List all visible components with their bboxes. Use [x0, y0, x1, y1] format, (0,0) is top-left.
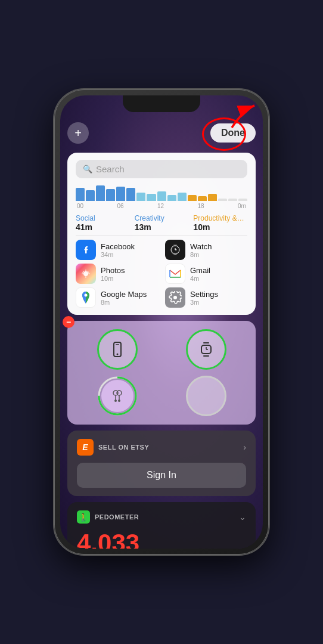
usage-chart: 00 06 12 18 0m: [76, 184, 247, 209]
chart-bar: [136, 193, 145, 201]
app-name-settings: Settings: [190, 290, 247, 299]
etsy-chevron-icon: ›: [243, 442, 246, 452]
app-info-facebook: Facebook 34m: [101, 242, 158, 258]
svg-rect-9: [86, 275, 86, 278]
photos-icon: [76, 264, 96, 284]
chart-bar: [188, 195, 197, 201]
category-name-productivity: Productivity &…: [193, 214, 247, 222]
device-circle-phone: [97, 329, 138, 370]
chart-bar: [228, 199, 237, 201]
phone-screen: + Done: [60, 95, 263, 549]
svg-rect-19: [203, 355, 209, 357]
divider: [76, 236, 247, 236]
chart-labels: 00 06 12 18 0m: [76, 203, 247, 209]
category-productivity: Productivity &… 10m: [193, 214, 247, 232]
app-row-maps: Google Maps 8m: [76, 287, 158, 308]
app-time-watch: 8m: [190, 251, 247, 258]
settings-icon: [165, 287, 185, 308]
chart-label-0m: 0m: [238, 203, 246, 209]
device-watch-cell: [164, 329, 247, 370]
category-name-social: Social: [76, 214, 130, 222]
app-grid: Facebook 34m: [76, 240, 247, 308]
chart-bars: [76, 184, 247, 201]
category-name-creativity: Creativity: [135, 214, 189, 222]
app-time-photos: 10m: [101, 275, 158, 282]
app-time-maps: 8m: [101, 299, 158, 306]
chart-bar: [76, 188, 85, 201]
app-row-gmail: Gmail 4m: [165, 264, 247, 284]
pedometer-icon: 🚶: [77, 510, 90, 524]
chart-bar: [96, 185, 105, 201]
device-icons-grid: [76, 329, 247, 416]
remove-widget-button[interactable]: −: [63, 316, 74, 328]
svg-rect-17: [116, 344, 119, 345]
app-info-photos: Photos 10m: [101, 266, 158, 282]
device-phone-cell: [76, 329, 159, 370]
app-info-watch: Watch 8m: [190, 242, 247, 258]
chart-bar: [126, 188, 135, 201]
etsy-label: SELL ON ETSY: [98, 444, 149, 451]
pedometer-header: 🚶 PEDOMETER ⌄: [77, 510, 246, 524]
chart-bar: [157, 191, 166, 201]
app-row-photos: Photos 10m: [76, 264, 158, 284]
etsy-logo: E: [77, 439, 94, 456]
device-empty-cell: [164, 376, 247, 416]
app-row-watch: Watch 8m: [165, 240, 247, 260]
maps-icon: [76, 287, 96, 308]
chart-label-06: 06: [117, 203, 124, 209]
chart-bar: [178, 193, 187, 201]
category-creativity: Creativity 13m: [135, 214, 189, 232]
sign-in-button[interactable]: Sign In: [77, 463, 246, 488]
app-time-facebook: 34m: [101, 251, 158, 258]
search-icon: 🔍: [83, 165, 92, 174]
svg-rect-11: [88, 274, 90, 274]
etsy-header: E SELL ON ETSY ›: [77, 439, 246, 456]
etsy-widget: E SELL ON ETSY › Sign In: [67, 431, 256, 496]
svg-rect-8: [86, 270, 86, 272]
svg-point-14: [85, 294, 88, 297]
svg-point-16: [116, 354, 118, 355]
search-placeholder: Search: [96, 164, 125, 174]
chart-bar: [198, 196, 207, 201]
app-row-facebook: Facebook 34m: [76, 240, 158, 260]
svg-point-7: [83, 271, 88, 276]
chart-bar: [86, 190, 95, 201]
category-row: Social 41m Creativity 13m Productivity &…: [76, 214, 247, 232]
app-info-settings: Settings 3m: [190, 290, 247, 306]
app-time-settings: 3m: [190, 299, 247, 306]
app-name-watch: Watch: [190, 242, 247, 251]
search-bar[interactable]: 🔍 Search: [76, 160, 247, 178]
pedometer-chevron-icon: ⌄: [239, 512, 246, 522]
device-widget: −: [67, 321, 256, 425]
device-circle-empty: [186, 376, 226, 416]
svg-rect-10: [82, 274, 84, 274]
done-button[interactable]: Done: [210, 123, 256, 143]
category-time-creativity: 13m: [135, 222, 189, 232]
add-widget-button[interactable]: +: [67, 122, 89, 144]
app-info-gmail: Gmail 4m: [190, 266, 247, 282]
pedometer-label: PEDOMETER: [95, 513, 139, 521]
etsy-title-row: E SELL ON ETSY: [77, 439, 149, 456]
app-info-maps: Google Maps 8m: [101, 290, 158, 306]
category-time-social: 41m: [76, 222, 130, 232]
app-name-maps: Google Maps: [101, 290, 158, 299]
app-row-settings: Settings 3m: [165, 287, 247, 308]
chart-bar: [116, 187, 125, 201]
chart-bar: [208, 194, 217, 201]
gmail-icon: [165, 264, 185, 284]
app-time-gmail: 4m: [190, 275, 247, 282]
facebook-icon: [76, 240, 96, 260]
category-social: Social 41m: [76, 214, 130, 232]
app-name-photos: Photos: [101, 266, 158, 275]
svg-rect-18: [203, 342, 209, 343]
watch-icon: [165, 240, 185, 260]
chart-label-18: 18: [198, 203, 204, 209]
phone-frame: + Done: [54, 89, 269, 555]
done-button-container: Done: [210, 123, 256, 143]
chart-bar: [106, 189, 115, 201]
app-name-facebook: Facebook: [101, 242, 158, 251]
chart-bar: [218, 199, 227, 201]
device-circle-airpods: [97, 376, 138, 416]
top-bar: + Done: [67, 119, 256, 147]
phone-notch: [123, 95, 200, 112]
